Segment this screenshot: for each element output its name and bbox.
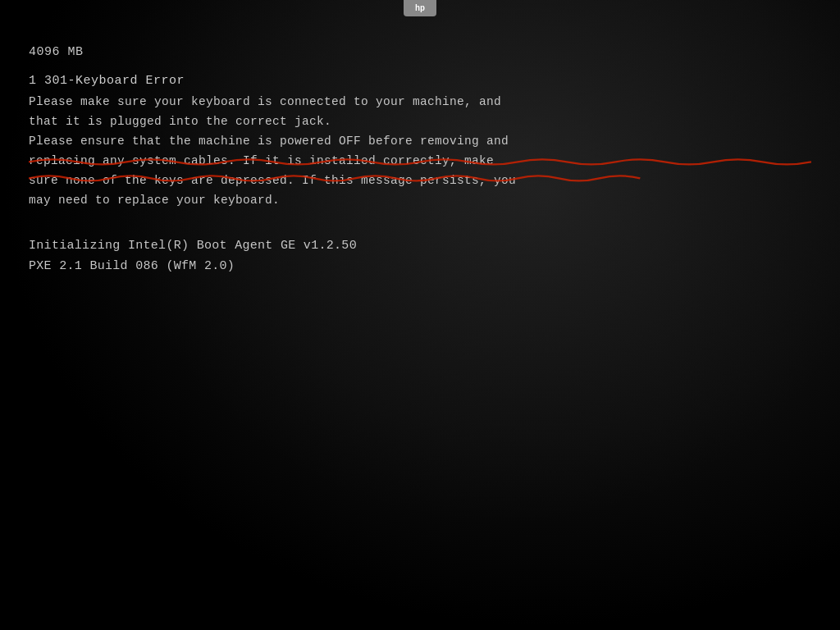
boot-line-2: PXE 2.1 Build 086 (WfM 2.0) — [29, 256, 811, 277]
error-line-6: may need to replace your keyboard. — [29, 194, 280, 207]
boot-line-1: Initializing Intel(R) Boot Agent GE v1.2… — [29, 235, 811, 257]
screen-content: 4096 MB 1 301-Keyboard Error Please make… — [29, 45, 811, 277]
error-title: 1 301-Keyboard Error — [29, 74, 811, 88]
error-text: Please make sure your keyboard is connec… — [29, 93, 811, 211]
error-body: Please make sure your keyboard is connec… — [29, 93, 811, 211]
error-line-4: replacing any system cables. If it is in… — [29, 154, 494, 167]
bios-screen: hp 4096 MB 1 301-Keyboard Error Please m… — [0, 0, 840, 630]
memory-info: 4096 MB — [29, 45, 811, 59]
error-line-1: Please make sure your keyboard is connec… — [29, 95, 501, 108]
hp-logo: hp — [404, 0, 436, 16]
error-section: 1 301-Keyboard Error Please make sure yo… — [29, 74, 811, 211]
error-line-5: sure none of the keys are depressed. If … — [29, 174, 516, 187]
error-line-2: that it is plugged into the correct jack… — [29, 115, 331, 128]
error-line-3: Please ensure that the machine is powere… — [29, 135, 509, 148]
boot-section: Initializing Intel(R) Boot Agent GE v1.2… — [29, 235, 811, 277]
